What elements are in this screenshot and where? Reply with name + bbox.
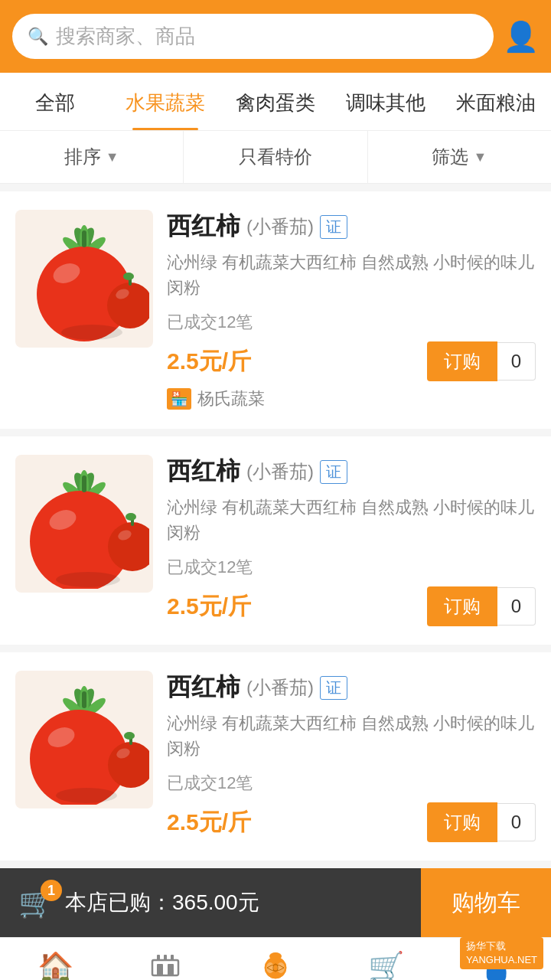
sold-count: 已成交12笔 [167, 556, 253, 579]
svg-point-25 [126, 513, 136, 521]
product-name-sub: (小番茄) [246, 675, 314, 700]
category-tabs: 全部 水果蔬菜 禽肉蛋类 调味其他 米面粮油 [0, 73, 551, 131]
cart-badge: 1 [41, 880, 62, 901]
cert-badge: 证 [320, 676, 347, 700]
order-row: 2.5元/斤 订购 0 [167, 802, 536, 842]
svg-point-20 [56, 572, 120, 587]
tab-fruits-veg[interactable]: 水果蔬菜 [110, 73, 220, 130]
nav-cart[interactable]: 🛒 购物车 [331, 938, 441, 980]
svg-rect-39 [152, 960, 178, 975]
cart-qty: 0 [497, 587, 536, 626]
order-button[interactable]: 订购 [427, 586, 497, 626]
order-row: 2.5元/斤 订购 0 [167, 341, 536, 381]
product-item: 西红柿 (小番茄) 证 沁州绿 有机蔬菜大西红柿 自然成熟 小时候的味儿闵粉 已… [0, 436, 551, 645]
market-icon [151, 951, 180, 981]
tab-grain[interactable]: 米面粮油 [441, 73, 551, 130]
product-desc: 沁州绿 有机蔬菜大西红柿 自然成熟 小时候的味儿闵粉 [167, 250, 536, 300]
svg-point-33 [56, 788, 117, 803]
cert-badge: 证 [320, 215, 347, 239]
product-title-row: 西红柿 (小番茄) 证 [167, 210, 536, 243]
order-row: 2.5元/斤 订购 0 [167, 586, 536, 626]
add-to-cart: 订购 0 [427, 802, 536, 842]
product-meta: 已成交12笔 [167, 556, 536, 579]
product-meta: 已成交12笔 [167, 772, 536, 795]
cart-bar-text: 本店已购：365.00元 [65, 888, 259, 917]
filter-bar: 排序 ▼ 只看特价 筛选 ▼ [0, 131, 551, 184]
tab-all[interactable]: 全部 [0, 73, 110, 130]
nav-home[interactable]: 🏠 首页 [0, 938, 110, 980]
special-label: 只看特价 [239, 145, 312, 169]
cart-qty: 0 [497, 803, 536, 841]
product-item: 西红柿 (小番茄) 证 沁州绿 有机蔬菜大西红柿 自然成熟 小时候的味儿闵粉 已… [0, 191, 551, 429]
svg-rect-8 [82, 230, 86, 247]
product-name-sub: (小番茄) [246, 459, 314, 484]
screen-filter[interactable]: 筛选 ▼ [368, 131, 551, 183]
svg-point-38 [124, 732, 135, 740]
product-info: 西红柿 (小番茄) 证 沁州绿 有机蔬菜大西红柿 自然成熟 小时候的味儿闵粉 已… [167, 210, 536, 410]
watermark: 扬华下载YANGHUA.NET [460, 937, 543, 969]
product-title-row: 西红柿 (小番茄) 证 [167, 455, 536, 488]
go-to-cart-button[interactable]: 购物车 [421, 868, 551, 937]
order-button[interactable]: 订购 [427, 802, 497, 842]
sort-label: 排序 [64, 145, 101, 169]
product-image [15, 455, 153, 593]
nav-market[interactable]: 逛市场 [110, 938, 220, 980]
sold-count: 已成交12笔 [167, 772, 253, 795]
search-placeholder: 搜索商家、商品 [56, 23, 195, 50]
cert-badge: 证 [320, 460, 347, 484]
sort-filter[interactable]: 排序 ▼ [0, 131, 184, 183]
product-image [15, 671, 153, 808]
product-name-main: 西红柿 [167, 455, 240, 488]
cart-bar: 🛒 1 本店已购：365.00元 购物车 [0, 868, 551, 937]
svg-rect-41 [168, 964, 174, 975]
user-icon[interactable]: 👤 [503, 20, 539, 54]
product-title-row: 西红柿 (小番茄) 证 [167, 671, 536, 704]
svg-rect-21 [82, 475, 86, 492]
product-meta: 已成交12笔 [167, 311, 536, 334]
cart-icon-wrap: 🛒 1 [18, 886, 54, 920]
order-button[interactable]: 订购 [427, 341, 497, 381]
pick-icon [259, 948, 292, 981]
price: 2.5元/斤 [167, 591, 251, 622]
tab-seasoning[interactable]: 调味其他 [331, 73, 441, 130]
product-list: 西红柿 (小番茄) 证 沁州绿 有机蔬菜大西红柿 自然成熟 小时候的味儿闵粉 已… [0, 191, 551, 861]
product-desc: 沁州绿 有机蔬菜大西红柿 自然成熟 小时候的味儿闵粉 [167, 495, 536, 545]
add-to-cart: 订购 0 [427, 341, 536, 381]
product-image [15, 210, 153, 348]
product-info: 西红柿 (小番茄) 证 沁州绿 有机蔬菜大西红柿 自然成熟 小时候的味儿闵粉 已… [167, 671, 536, 842]
product-desc: 沁州绿 有机蔬菜大西红柿 自然成熟 小时候的味儿闵粉 [167, 710, 536, 761]
svg-point-12 [123, 273, 134, 280]
sold-count: 已成交12笔 [167, 311, 253, 334]
cart-qty: 0 [497, 342, 536, 381]
tab-meat-egg[interactable]: 禽肉蛋类 [220, 73, 331, 130]
price: 2.5元/斤 [167, 807, 251, 838]
nav-cart-icon: 🛒 [368, 950, 404, 980]
product-name-sub: (小番茄) [246, 214, 314, 239]
product-info: 西红柿 (小番茄) 证 沁州绿 有机蔬菜大西红柿 自然成熟 小时候的味儿闵粉 已… [167, 455, 536, 626]
nav-pick[interactable]: 去挑菜 [220, 938, 331, 980]
price: 2.5元/斤 [167, 346, 251, 377]
sort-arrow-icon: ▼ [106, 149, 119, 165]
product-name-main: 西红柿 [167, 671, 240, 704]
shop-name: 杨氏蔬菜 [197, 387, 265, 410]
screen-arrow-icon: ▼ [473, 149, 487, 165]
search-bar[interactable]: 🔍 搜索商家、商品 [12, 14, 494, 59]
screen-label: 筛选 [432, 145, 468, 169]
shop-icon: 🏪 [167, 388, 191, 410]
special-filter[interactable]: 只看特价 [184, 131, 367, 183]
shop-info: 🏪 杨氏蔬菜 [167, 387, 536, 410]
cart-bar-left: 🛒 1 本店已购：365.00元 [0, 886, 421, 920]
search-icon: 🔍 [28, 27, 48, 47]
header: 🔍 搜索商家、商品 👤 [0, 0, 551, 73]
home-icon: 🏠 [37, 950, 73, 980]
product-name-main: 西红柿 [167, 210, 240, 243]
svg-rect-34 [82, 691, 86, 708]
add-to-cart: 订购 0 [427, 586, 536, 626]
product-item: 西红柿 (小番茄) 证 沁州绿 有机蔬菜大西红柿 自然成熟 小时候的味儿闵粉 已… [0, 652, 551, 861]
svg-point-7 [61, 325, 122, 340]
svg-rect-40 [157, 964, 163, 975]
